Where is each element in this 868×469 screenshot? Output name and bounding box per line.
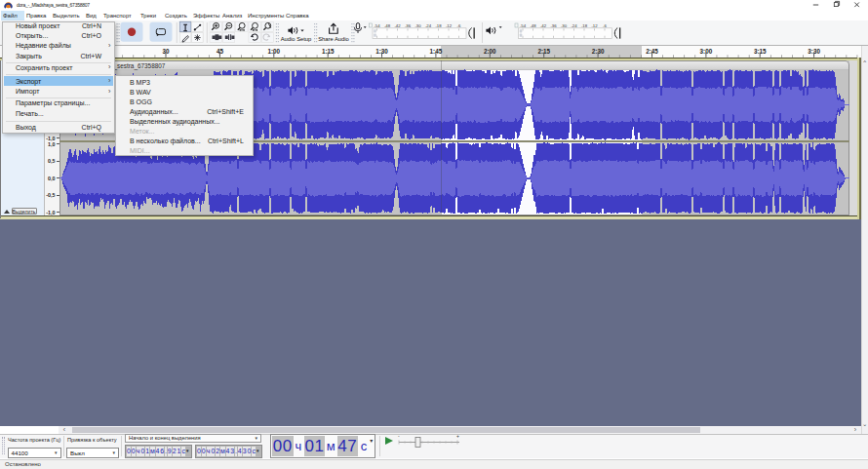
svg-text:-: - [398, 433, 400, 439]
svg-text:+: + [456, 433, 459, 439]
